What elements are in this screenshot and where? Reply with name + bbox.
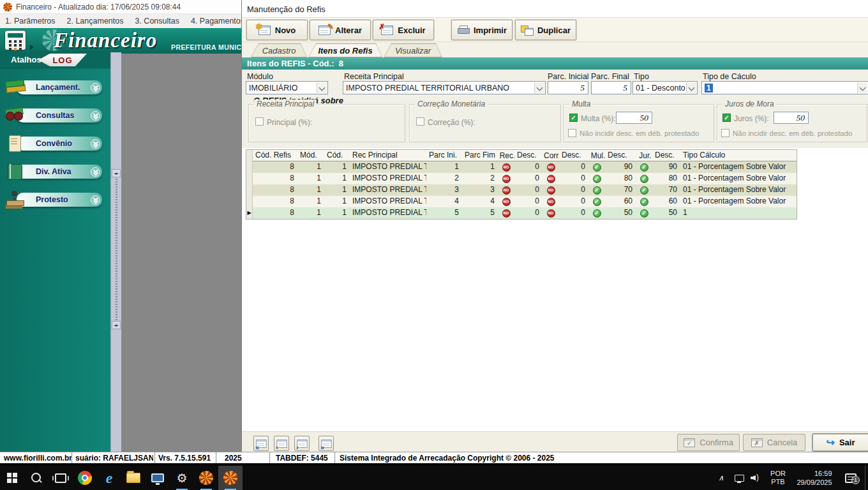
splitter-expand-button[interactable]: ◂▸: [112, 321, 121, 329]
multa-nao-incidir-checkbox[interactable]: [568, 129, 576, 137]
nav-last-button[interactable]: »: [318, 436, 334, 451]
start-button[interactable]: [0, 466, 24, 490]
tipo-calculo-combobox[interactable]: 1: [701, 81, 868, 94]
sair-button[interactable]: ↪ Sair: [812, 434, 868, 451]
tray-clock[interactable]: 16:5929/09/2025: [790, 466, 839, 490]
status-copyright: Sistema Integrado de Arrecadação Copyrig…: [340, 454, 555, 463]
sidebar-item-consultas[interactable]: Consultas: [0, 106, 110, 128]
task-view-icon: [55, 473, 66, 483]
alterar-button[interactable]: ✎ Alterar: [310, 20, 371, 40]
chevron-down-icon[interactable]: [857, 82, 867, 93]
taskbar-settings[interactable]: ⚙: [170, 466, 194, 490]
sidebar-item-div-ativa[interactable]: Div. Ativa: [0, 162, 110, 184]
juros-percent-input[interactable]: [774, 112, 809, 124]
parc-inicial-input[interactable]: [548, 81, 588, 94]
show-desktop-button[interactable]: [865, 466, 868, 490]
menu-lancamentos[interactable]: 2. Lançamentos: [67, 17, 124, 26]
table-row[interactable]: 8 1 1 IMPOSTO PREDIAL T 1 1 NO 0 NO 0 ✓ …: [246, 161, 797, 173]
sidebar: Atalhos LOG Lançament. Consultas Convêni…: [0, 52, 110, 452]
tray-volume[interactable]: [748, 466, 765, 490]
tipo-combobox[interactable]: 01 - Desconto: [632, 81, 698, 94]
taskbar-fiorilli-app-1[interactable]: [194, 466, 218, 490]
previous-record-icon: ‹: [276, 444, 278, 450]
table-row[interactable]: 8 1 1 IMPOSTO PREDIAL T 3 3 NO 0 NO 0 ✓ …: [246, 184, 797, 196]
notification-badge: 1: [851, 476, 860, 484]
table-row-selected[interactable]: ▶ 8 1 1 IMPOSTO PREDIAL T 5 5 NO 0 NO 0 …: [246, 207, 797, 219]
duplicar-button[interactable]: Duplicar: [515, 20, 576, 40]
chevron-down-icon[interactable]: [91, 167, 100, 177]
chevron-down-icon[interactable]: [91, 195, 100, 205]
juros-nao-incidir-checkbox[interactable]: [721, 129, 730, 137]
imprimir-button[interactable]: Imprimir: [451, 20, 513, 40]
row-selector-header: [246, 150, 253, 161]
menu-parametros[interactable]: 1. Parâmetros: [5, 17, 56, 26]
chevron-down-icon[interactable]: [534, 82, 544, 93]
tray-network[interactable]: [731, 466, 747, 490]
sidebar-tab-atalhos[interactable]: Atalhos: [11, 55, 41, 64]
no-icon: NO: [502, 186, 511, 195]
dialog-titlebar[interactable]: Manutenção do Refis: [242, 0, 868, 18]
edit-form-icon: ✎: [318, 26, 331, 35]
modulo-combobox[interactable]: IMOBILIÁRIO: [246, 81, 328, 94]
check-icon: ✓: [640, 198, 648, 206]
menu-pagamentos[interactable]: 4. Pagamentos: [191, 17, 241, 26]
confirma-button[interactable]: ✓ Confirma: [677, 434, 740, 451]
tray-language[interactable]: PORPTB: [767, 466, 789, 490]
juros-checkbox[interactable]: ✓: [722, 114, 731, 122]
taskbar-chrome[interactable]: [73, 466, 97, 490]
correcao-checkbox[interactable]: [416, 117, 424, 126]
brand-banner: Financeiro PREFEITURA MUNIC: [0, 28, 241, 52]
check-icon: ✓: [593, 209, 601, 218]
menu-bar: 1. Parâmetros 2. Lançamentos 3. Consulta…: [0, 14, 241, 28]
tab-visualizar[interactable]: Visualizar: [384, 43, 442, 57]
splitter-collapse-button[interactable]: ◂▸: [112, 169, 121, 177]
windows-start-icon: [7, 473, 17, 483]
taskbar-fiorilli-app-2[interactable]: [218, 466, 243, 490]
multa-percent-input[interactable]: [616, 112, 652, 124]
excluir-button[interactable]: ✗ Excluir: [373, 20, 434, 40]
taskbar-internet-explorer[interactable]: e: [97, 466, 121, 490]
sidebar-splitter[interactable]: ◂▸ ◂▸: [110, 52, 121, 452]
taskbar-search-button[interactable]: [24, 466, 49, 490]
sidebar-item-protesto[interactable]: Protesto: [0, 190, 110, 212]
tab-cadastro[interactable]: Cadastro: [251, 43, 307, 57]
chevron-down-icon[interactable]: [686, 82, 696, 93]
taskbar-this-pc[interactable]: [146, 466, 170, 490]
nav-first-button[interactable]: «: [253, 436, 269, 451]
delete-form-icon: ✗: [381, 26, 393, 35]
stamp-icon: [4, 190, 29, 209]
sidebar-item-lancamento[interactable]: Lançament.: [0, 78, 110, 100]
chevron-down-icon[interactable]: [91, 111, 100, 121]
menu-consultas[interactable]: 3. Consultas: [135, 17, 179, 26]
brand-subtitle: PREFEITURA MUNIC: [171, 43, 241, 51]
row-marker-icon: ▶: [246, 207, 253, 219]
last-record-icon: »: [320, 444, 324, 450]
tab-itens-do-refis[interactable]: Itens do Refis: [308, 43, 382, 57]
action-center-button[interactable]: 1: [841, 466, 860, 490]
first-record-icon: «: [255, 444, 259, 450]
chevron-down-icon[interactable]: [91, 139, 100, 149]
table-row[interactable]: 8 1 1 IMPOSTO PREDIAL T 2 2 NO 0 NO 0 ✓ …: [246, 173, 797, 184]
chevron-down-icon[interactable]: [317, 82, 327, 93]
screen: Financeiro - Atualizado dia: 17/06/2025 …: [0, 0, 868, 490]
multa-checkbox[interactable]: ✓: [569, 114, 578, 122]
parc-inicial-label: Parc. Inicial: [548, 72, 589, 81]
taskbar-file-explorer[interactable]: [121, 466, 146, 490]
cancela-button[interactable]: ✗ Cancela: [743, 434, 805, 451]
nav-previous-button[interactable]: ‹: [274, 436, 289, 451]
novo-button[interactable]: ✱ Novo: [246, 20, 308, 40]
parc-final-input[interactable]: [591, 81, 631, 94]
nav-next-button[interactable]: ›: [294, 436, 310, 451]
group-juros-de-mora: Juros de Mora ✓ Juros (%): Não incidir d…: [717, 104, 867, 142]
tray-show-hidden-icons[interactable]: ∧: [715, 466, 728, 490]
table-row[interactable]: 8 1 1 IMPOSTO PREDIAL T 4 4 NO 0 NO 0 ✓ …: [246, 196, 797, 207]
chevron-down-icon[interactable]: [91, 83, 100, 93]
receita-principal-combobox[interactable]: IMPOSTO PREDIAL TERRITORIAL URBANO: [343, 81, 546, 94]
sidebar-item-convenio[interactable]: Convênio: [0, 134, 110, 156]
exit-arrow-icon: ↪: [827, 436, 835, 449]
check-icon: ✓: [593, 163, 601, 172]
principal-checkbox[interactable]: [255, 117, 264, 126]
log-badge[interactable]: LOG: [38, 54, 87, 66]
taskbar: e ⚙ ∧ PORPTB 16:5929/09/2025 1: [0, 466, 868, 490]
task-view-button[interactable]: [49, 466, 73, 490]
